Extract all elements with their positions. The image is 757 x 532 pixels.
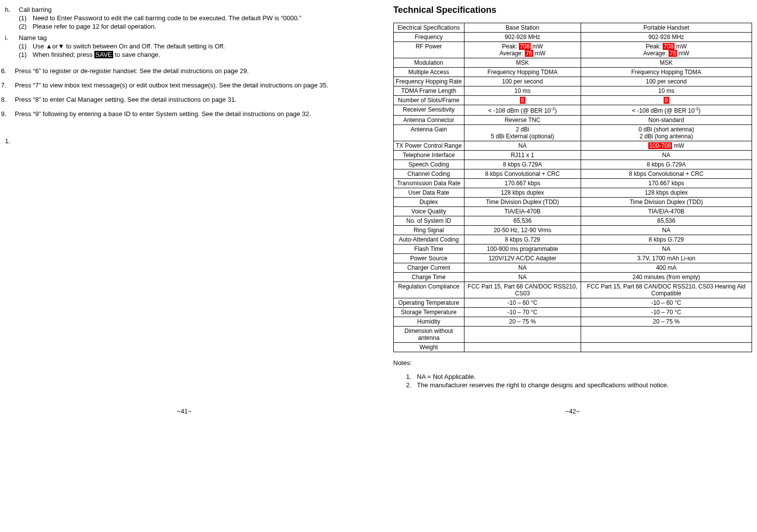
spec-value: 128 kbps duplex bbox=[464, 188, 581, 197]
note-label: 1. bbox=[406, 373, 412, 380]
sublist-h: (1) Need to Enter Password to edit the c… bbox=[19, 14, 364, 30]
spec-value: 100 per second bbox=[581, 77, 752, 86]
header-handset: Portable Handset bbox=[581, 23, 752, 32]
page-right: Technical Specifications Electrical Spec… bbox=[393, 5, 752, 415]
table-row: Flash Time100-900 ms programmableNA bbox=[393, 244, 752, 253]
table-row: RF PowerPeak: 708 mWAverage: 76 mWPeak: … bbox=[393, 41, 752, 58]
spec-name: Weight bbox=[393, 342, 464, 352]
table-row: Speech Coding8 kbps G.729A8 kbps G.729A bbox=[393, 160, 752, 169]
table-row: Humidity20 – 75 %20 – 75 % bbox=[393, 317, 752, 326]
spec-value: 8 kbps G.729A bbox=[464, 160, 581, 169]
subitem: (2) Please refer to page 12 for detail o… bbox=[33, 23, 364, 30]
spec-name: Voice Quality bbox=[393, 206, 464, 216]
spec-name: TX Power Control Range bbox=[393, 141, 464, 150]
table-row: Regulation ComplianceFCC Part 15, Part 6… bbox=[393, 282, 752, 298]
spec-value: 902-928 MHz bbox=[581, 32, 752, 41]
step-text: Press “6” to register or de-register han… bbox=[15, 67, 249, 75]
spec-name: Operating Temperature bbox=[393, 298, 464, 307]
spec-name: TDMA Frame Length bbox=[393, 86, 464, 95]
spec-name: Multiple Access bbox=[393, 67, 464, 77]
spec-name: Auto-Attendant Coding bbox=[393, 235, 464, 244]
notes-title: Notes: bbox=[393, 359, 752, 367]
subitem: (1) Need to Enter Password to edit the c… bbox=[33, 14, 364, 22]
table-row: Operating Temperature-10 – 60 °C-10 – 60… bbox=[393, 298, 752, 307]
subitem: (1) Use ▲or▼ to switch between On and Of… bbox=[33, 42, 364, 50]
spec-value: MSK bbox=[581, 58, 752, 67]
arrows-icon: ▲or▼ bbox=[46, 42, 64, 50]
spec-value: 902-928 MHz bbox=[464, 32, 581, 41]
spec-value: 8 kbps G.729A bbox=[581, 160, 752, 169]
table-row: Receiver Sensitivity< -108 dBm (@ BER 10… bbox=[393, 105, 752, 115]
spec-value: 65,536 bbox=[581, 216, 752, 225]
step-text: Press “7” to view inbox text message(s) … bbox=[15, 82, 328, 89]
subitem: (1) When finished; press SAVE to save ch… bbox=[33, 51, 364, 58]
spec-value: FCC Part 15, Part 68 CAN/DOC RSS210, CS0… bbox=[581, 282, 752, 298]
table-row: User Data Rate128 kbps duplex128 kbps du… bbox=[393, 188, 752, 197]
subitem-pre: When finished; press bbox=[33, 51, 94, 58]
spec-value bbox=[581, 342, 752, 352]
spec-value: 65,536 bbox=[464, 216, 581, 225]
spec-value: 2 dBi5 dBi External (optional) bbox=[464, 124, 581, 141]
page-number-right: ~42~ bbox=[393, 408, 752, 415]
table-row: Transmission Data Rate170.667 kbps170.66… bbox=[393, 178, 752, 188]
spec-value: TIA/EIA-470B bbox=[464, 206, 581, 216]
spec-name: Receiver Sensitivity bbox=[393, 105, 464, 115]
subitem-post: to switch between On and Off. The defaul… bbox=[64, 42, 225, 50]
save-label: SAVE bbox=[94, 51, 113, 58]
spec-value: Time Division Duplex (TDD) bbox=[464, 197, 581, 206]
item-letter: h. bbox=[5, 6, 10, 13]
spec-name: Humidity bbox=[393, 317, 464, 326]
spec-value: 170.667 kbps bbox=[464, 178, 581, 188]
item-letter: i. bbox=[5, 34, 8, 41]
subitem-pre: Use bbox=[33, 42, 46, 50]
spec-value: 10 ms bbox=[464, 86, 581, 95]
item-i: i. Name tag (1) Use ▲or▼ to switch betwe… bbox=[19, 34, 364, 58]
spec-value: 8 kbps Convolutional + CRC bbox=[464, 169, 581, 178]
spec-value: 8 kbps G.729 bbox=[464, 235, 581, 244]
spec-value: 0 dBi (short antenna)2 dBi (long antenna… bbox=[581, 124, 752, 141]
table-row: Antenna ConnectorReverse TNCNon-standard bbox=[393, 115, 752, 124]
spec-value: < -108 dBm (@ BER 10-2) bbox=[464, 105, 581, 115]
spec-name: Charger Current bbox=[393, 263, 464, 272]
spec-value: 8 kbps Convolutional + CRC bbox=[581, 169, 752, 178]
header-base: Base Station bbox=[464, 23, 581, 32]
subitem-text: Please refer to page 12 for detail opera… bbox=[33, 23, 156, 30]
spec-value: 10 ms bbox=[581, 86, 752, 95]
subitem-label: (2) bbox=[19, 23, 27, 30]
table-header-row: Electrical Specifications Base Station P… bbox=[393, 23, 752, 32]
main-numbered-list: 6. Press “6” to register or de-register … bbox=[5, 67, 364, 118]
spec-name: Regulation Compliance bbox=[393, 282, 464, 298]
item-title: Call barring bbox=[19, 6, 51, 13]
table-row: DuplexTime Division Duplex (TDD)Time Div… bbox=[393, 197, 752, 206]
spec-value: 120V/12V AC/DC Adapter bbox=[464, 253, 581, 263]
step-label: 9. bbox=[1, 110, 6, 118]
spec-name: Number of Slots/Frame bbox=[393, 95, 464, 105]
spec-value: NA bbox=[581, 150, 752, 160]
spec-name: Power Source bbox=[393, 253, 464, 263]
tech-spec-title: Technical Specifications bbox=[393, 5, 752, 15]
step-9: 9. Press “9” following by entering a bas… bbox=[15, 110, 364, 118]
spec-name: Frequency bbox=[393, 32, 464, 41]
subitem-label: (1) bbox=[19, 51, 27, 58]
step-text: Press “8” to enter Cal Manager setting. … bbox=[15, 96, 237, 103]
spec-value bbox=[581, 326, 752, 342]
spec-name: Flash Time bbox=[393, 244, 464, 253]
table-row: ModulationMSKMSK bbox=[393, 58, 752, 67]
spec-value: 3.7V, 1700 mAh Li-ion bbox=[581, 253, 752, 263]
table-row: Charge TimeNA240 minutes (from empty) bbox=[393, 272, 752, 282]
notes-section: Notes: 1. NA = Not Applicable. 2. The ma… bbox=[393, 359, 752, 389]
spec-value: Frequency Hopping TDMA bbox=[464, 67, 581, 77]
note-1: 1. NA = Not Applicable. bbox=[417, 373, 752, 380]
page-number-left: ~41~ bbox=[5, 408, 364, 415]
table-row: Auto-Attendant Coding8 kbps G.7298 kbps … bbox=[393, 235, 752, 244]
table-row: Frequency Hopping Rate100 per second100 … bbox=[393, 77, 752, 86]
spec-value: 240 minutes (from empty) bbox=[581, 272, 752, 282]
spec-value: NA bbox=[464, 263, 581, 272]
step-7: 7. Press “7” to view inbox text message(… bbox=[15, 82, 364, 89]
spec-value: NA bbox=[581, 225, 752, 235]
table-row: Storage Temperature-10 – 70 °C-10 – 70 °… bbox=[393, 307, 752, 317]
spec-value: Reverse TNC bbox=[464, 115, 581, 124]
spec-name: Speech Coding bbox=[393, 160, 464, 169]
spec-name: Channel Coding bbox=[393, 169, 464, 178]
spec-name: Dimension without antenna bbox=[393, 326, 464, 342]
